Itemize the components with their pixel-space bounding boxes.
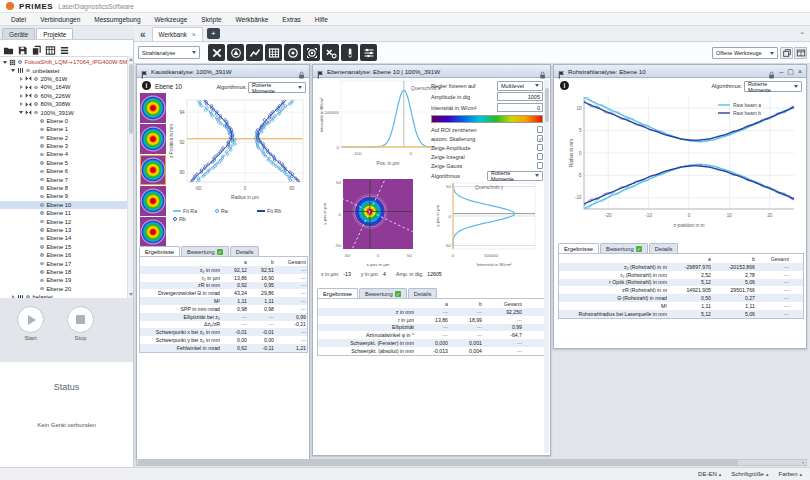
tab-bewertung[interactable]: Bewertung✓ xyxy=(600,243,648,253)
tool-x-zero-button[interactable] xyxy=(322,44,339,61)
tree-item-unbelastet[interactable]: unbelastet xyxy=(0,66,128,74)
table-row[interactable]: z in mm------92,250 xyxy=(318,308,546,316)
table-row[interactable]: z₀ (Rohstrahl) in m-29897,970-20153,866-… xyxy=(559,263,803,271)
expand-open-icon[interactable] xyxy=(2,61,8,64)
tool-grid-button[interactable] xyxy=(265,44,282,61)
table-icon[interactable] xyxy=(45,42,56,53)
tree-item-100-391w[interactable]: 100%_391W xyxy=(0,108,128,116)
tree-item-ebene-19[interactable]: Ebene 19 xyxy=(0,276,128,284)
tree-item-ebene-6[interactable]: Ebene 6 xyxy=(0,167,128,175)
tool-curve-button[interactable] xyxy=(246,44,263,61)
table-row[interactable]: z₀ in mm92,1292,51--- xyxy=(140,266,307,274)
tree-item-ebene-3[interactable]: Ebene 3 xyxy=(0,142,128,150)
amplitude-input[interactable]: 1005 xyxy=(497,92,543,101)
tree-item-ebene-0[interactable]: Ebene 0 xyxy=(0,117,128,125)
tree-item-ebene-2[interactable]: Ebene 2 xyxy=(0,134,128,142)
menu-item-extras[interactable]: Extras xyxy=(275,16,307,23)
tab-werkbank[interactable]: Werkbank × xyxy=(152,27,203,41)
tool-target-frame-button[interactable] xyxy=(303,44,320,61)
table-row[interactable]: r Optik (Rohstrahl) in mm5,125,06--- xyxy=(559,279,803,287)
chevron-down-icon[interactable]: ⌄ xyxy=(799,28,805,36)
horizontal-scrollbar[interactable]: › xyxy=(136,459,807,466)
close-icon[interactable]: × xyxy=(798,65,802,78)
tree-item-40-164w[interactable]: 40%_164W xyxy=(0,83,128,91)
table-row[interactable]: Rohstrahlradius bei Laserquelle in mm5,1… xyxy=(559,310,803,318)
table-row[interactable]: Azimutalwinkel φ in °-------64,7 xyxy=(318,331,546,339)
expand-closed-icon[interactable] xyxy=(18,77,24,81)
maximize-icon[interactable]: ▢ xyxy=(787,65,794,78)
plane-thumbnails[interactable] xyxy=(140,93,166,248)
stack-icon[interactable] xyxy=(780,47,793,59)
table-row[interactable]: Δz₀/zR-------0,21 xyxy=(140,321,307,329)
tree-item-60-226w[interactable]: 60%_226W xyxy=(0,92,128,100)
checkbox-zeige-amplitude[interactable] xyxy=(537,144,544,151)
table-row[interactable]: SPP in mm·mrad0,980,98--- xyxy=(140,305,307,313)
scrollbar-thumb[interactable] xyxy=(129,64,133,134)
tree-item-ebene-7[interactable]: Ebene 7 xyxy=(0,175,128,183)
tree-item-ebene-11[interactable]: Ebene 11 xyxy=(0,209,128,217)
tree-item-ebene-8[interactable]: Ebene 8 xyxy=(0,184,128,192)
checkbox-zeige-integral[interactable] xyxy=(537,153,544,160)
tree-scrollbar[interactable] xyxy=(127,56,133,298)
statusbar-farben[interactable]: Farben▴ xyxy=(778,471,802,477)
algorithm-select[interactable]: Rotierte Momente xyxy=(248,82,306,93)
table-row[interactable]: Schwerpunkt x bei z₀ in mm-0,01-0,01--- xyxy=(140,328,307,336)
tree-item-ebene-13[interactable]: Ebene 13 xyxy=(0,226,128,234)
tree-item-ebene-14[interactable]: Ebene 14 xyxy=(0,234,128,242)
table-row[interactable]: r₀ in µm13,8616,90--- xyxy=(140,274,307,282)
panel-header[interactable]: Rohstrahlanalyse: Ebene 10 – ▢ × xyxy=(554,65,806,78)
tab-geraete[interactable]: Geräte xyxy=(2,28,35,39)
stop-button[interactable] xyxy=(67,306,94,333)
tree-item-ebene-18[interactable]: Ebene 18 xyxy=(0,268,128,276)
panel-scrollbar[interactable] xyxy=(544,80,549,453)
tab-bewertung[interactable]: Bewertung✓ xyxy=(359,288,407,298)
start-button[interactable] xyxy=(17,306,44,333)
tab-bewertung[interactable]: Bewertung✓ xyxy=(181,246,229,256)
tool-target-button[interactable] xyxy=(284,44,301,61)
add-workbench-button[interactable]: + xyxy=(207,28,220,39)
table-row[interactable]: Fehlwinkel in mrad0,62-0,111,21 xyxy=(140,344,307,352)
table-row[interactable]: Schwerpkt. (absolut) in mm-0,0130,004--- xyxy=(318,347,546,355)
menu-item-skripte[interactable]: Skripte xyxy=(194,16,228,23)
lock-icon[interactable] xyxy=(538,66,547,76)
menu-item-hilfe[interactable]: Hilfe xyxy=(308,16,335,23)
tool-sliders-button[interactable] xyxy=(360,44,377,61)
menu-item-werkzeuge[interactable]: Werkzeuge xyxy=(148,16,195,23)
tree-item-ebene-16[interactable]: Ebene 16 xyxy=(0,251,128,259)
table-row[interactable]: Elliptizität------0,99 xyxy=(318,324,546,332)
table-row[interactable]: Schwerpkt. (Fenster) in mm0,0000,001--- xyxy=(318,339,546,347)
checkbox-auf-roi-zentrieren[interactable] xyxy=(537,126,544,133)
plane-thumbnail[interactable] xyxy=(140,217,166,247)
tab-details[interactable]: Details xyxy=(649,243,679,253)
scroll-down-icon[interactable] xyxy=(129,293,133,296)
tab-ergebnisse[interactable]: Ergebnisse xyxy=(558,243,599,253)
plane-thumbnail[interactable] xyxy=(140,93,166,123)
collapse-sidebar-icon[interactable]: « xyxy=(140,29,146,40)
tree-item-ebene-12[interactable]: Ebene 12 xyxy=(0,217,128,225)
list-icon[interactable] xyxy=(59,42,70,53)
table-row[interactable]: zR (Rohstrahl) in m14921,90529501,766--- xyxy=(559,286,803,294)
algorithm-select[interactable]: Rotierte Momente xyxy=(744,81,802,92)
scroll-up-icon[interactable] xyxy=(129,58,133,61)
lock-icon[interactable] xyxy=(297,66,306,76)
tab-ergebnisse[interactable]: Ergebnisse xyxy=(317,288,358,298)
table-row[interactable]: zR in mm0,920,95--- xyxy=(140,282,307,290)
minimize-icon[interactable]: – xyxy=(779,65,783,78)
tree-item-ebene-5[interactable]: Ebene 5 xyxy=(0,159,128,167)
table-row[interactable]: Elliptizität bei z₀------0,99 xyxy=(140,313,307,321)
scroll-right-icon[interactable]: › xyxy=(802,460,804,465)
plane-thumbnail[interactable] xyxy=(140,124,166,154)
table-row[interactable]: M²1,111,11--- xyxy=(140,297,307,305)
tree-item-fokusshift-lqm-17064-ipg400w-5m[interactable]: FokusShift_LQM-+17064_IPG400W-5M xyxy=(0,58,128,66)
plane-thumbnail[interactable] xyxy=(140,186,166,216)
tool-bar-button[interactable] xyxy=(341,44,358,61)
expand-open-icon[interactable] xyxy=(10,69,16,72)
regler-select[interactable]: Multilevel xyxy=(497,81,543,91)
table-row[interactable]: Schwerpunkt y bei z₀ in mm0,000,00--- xyxy=(140,336,307,344)
menu-item-messumgebung[interactable]: Messumgebung xyxy=(87,16,147,23)
info-icon[interactable]: i xyxy=(560,81,569,90)
checkbox-zeige-gauss[interactable] xyxy=(537,162,544,169)
open-tools-select[interactable]: Offene Werkzeuge xyxy=(712,47,778,59)
tree-item-80-308w[interactable]: 80%_308W xyxy=(0,100,128,108)
expand-closed-icon[interactable] xyxy=(18,102,24,106)
